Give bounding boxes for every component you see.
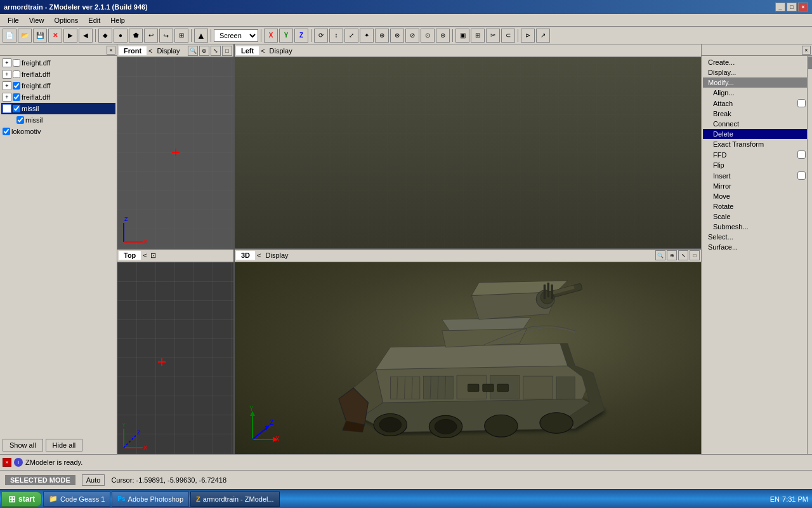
taskbar-photoshop[interactable]: Ps Adobe Photoshop (112, 491, 189, 507)
menu-scale[interactable]: Scale (703, 211, 811, 222)
left-panel-close[interactable]: × (107, 46, 115, 55)
tree-item-freight1[interactable]: + freight.dff (1, 57, 115, 69)
import-button[interactable]: ▶ (63, 29, 77, 43)
tool5[interactable]: ⊕ (375, 29, 389, 43)
start-button[interactable]: ⊞ start (1, 491, 42, 507)
menu-break[interactable]: Break (703, 109, 811, 119)
viewport-3d[interactable]: 3D < Display 🔍 ⊕ ⤡ □ (235, 250, 701, 455)
y-axis[interactable]: Y (279, 29, 293, 43)
menu-view[interactable]: View (24, 15, 49, 25)
scrollbar-thumb[interactable] (808, 57, 812, 69)
front-ctrl1[interactable]: 🔍 (188, 46, 198, 56)
tool12[interactable]: ✂ (486, 29, 500, 43)
tool14[interactable]: ⊳ (521, 29, 535, 43)
menu-flip[interactable]: Flip (703, 160, 811, 170)
shape-button[interactable]: ▲ (194, 29, 208, 43)
status-auto-label[interactable]: Auto (82, 474, 105, 486)
right-scrollbar[interactable] (807, 56, 812, 454)
menu-submesh[interactable]: Submesh... (703, 222, 811, 232)
tool15[interactable]: ↗ (536, 29, 550, 43)
tool4[interactable]: ✦ (360, 29, 374, 43)
tool3[interactable]: ⤢ (344, 29, 358, 43)
front-tab[interactable]: Front (119, 46, 147, 55)
menu-attach[interactable]: Attach (703, 98, 811, 109)
tb-btn2[interactable]: ● (114, 29, 128, 43)
menu-delete[interactable]: Delete (703, 129, 811, 139)
taskbar-zmodeler[interactable]: Z armordtrain - ZModel... (190, 491, 280, 507)
menu-display[interactable]: Display... (703, 67, 811, 77)
undo-button[interactable]: ↩ (144, 29, 158, 43)
tree-expander-freiflat1[interactable]: + (3, 70, 11, 79)
menu-surface[interactable]: Surface... (703, 242, 811, 252)
top-expand-icon[interactable]: ⊡ (150, 251, 156, 260)
render-button[interactable]: ◆ (98, 29, 112, 43)
tb-btn3[interactable]: ⬟ (129, 29, 143, 43)
status-close-button[interactable]: × (3, 458, 11, 467)
menu-rotate[interactable]: Rotate (703, 201, 811, 211)
left-arrow[interactable]: < (259, 47, 266, 55)
tree-expander-freight1[interactable]: + (3, 58, 11, 67)
menu-modify[interactable]: Modify... (703, 77, 811, 88)
tb-grid[interactable]: ⊞ (174, 29, 188, 43)
tool13[interactable]: ⊂ (501, 29, 515, 43)
hide-all-button[interactable]: Hide all (46, 439, 83, 451)
tool6[interactable]: ⊗ (390, 29, 404, 43)
3d-ctrl2[interactable]: ⊕ (667, 250, 677, 260)
minimize-button[interactable]: _ (775, 3, 785, 11)
tool1[interactable]: ⟳ (314, 29, 328, 43)
3d-ctrl1[interactable]: 🔍 (655, 250, 665, 260)
3d-ctrl4[interactable]: □ (690, 250, 700, 260)
tree-check-freight2[interactable] (13, 82, 20, 90)
maximize-button[interactable]: □ (787, 3, 797, 11)
tree-check-freight1[interactable] (13, 59, 20, 67)
menu-options[interactable]: Options (49, 15, 83, 25)
tool8[interactable]: ⊙ (421, 29, 435, 43)
left-tab[interactable]: Left (236, 46, 259, 55)
menu-select[interactable]: Select... (703, 232, 811, 242)
tool2[interactable]: ↕ (329, 29, 343, 43)
tree-item-freiflat1[interactable]: + freiflat.dff (1, 69, 115, 80)
right-panel-close[interactable]: × (802, 46, 811, 55)
tool9[interactable]: ⊛ (436, 29, 450, 43)
menu-mirror[interactable]: Mirror (703, 181, 811, 191)
menu-edit[interactable]: Edit (83, 15, 105, 25)
taskbar-code-geass[interactable]: 📁 Code Geass 1 (43, 491, 110, 507)
z-axis[interactable]: Z (294, 29, 308, 43)
ffd-checkbox[interactable] (797, 150, 806, 159)
menu-help[interactable]: Help (105, 15, 130, 25)
menu-exact-transform[interactable]: Exact Transform (703, 139, 811, 149)
x-axis[interactable]: X (264, 29, 278, 43)
tree-check-freiflat1[interactable] (13, 70, 20, 78)
export-button[interactable]: ◀ (79, 29, 93, 43)
front-ctrl3[interactable]: ⤡ (211, 46, 221, 56)
menu-align[interactable]: Align... (703, 88, 811, 98)
tree-item-lokomotiv[interactable]: lokomotiv (1, 126, 115, 137)
menu-file[interactable]: File (3, 15, 24, 25)
tree-check-missil-parent[interactable] (13, 105, 20, 112)
tool7[interactable]: ⊘ (405, 29, 419, 43)
menu-move[interactable]: Move (703, 191, 811, 201)
save-button[interactable]: 💾 (33, 29, 47, 43)
front-ctrl4[interactable]: □ (222, 46, 232, 56)
tree-item-missil-parent[interactable]: - missil (1, 103, 115, 114)
tree-expander-missil[interactable]: - (3, 104, 11, 113)
tree-expander-freiflat2[interactable]: + (3, 93, 11, 102)
delete-button[interactable]: ✕ (48, 29, 62, 43)
3d-ctrl3[interactable]: ⤡ (678, 250, 688, 260)
tool10[interactable]: ▣ (455, 29, 469, 43)
tree-item-missil-child[interactable]: missil (1, 114, 115, 126)
menu-insert[interactable]: Insert (703, 170, 811, 181)
menu-ffd[interactable]: FFD (703, 149, 811, 160)
tree-check-missil-child[interactable] (16, 116, 24, 124)
top-tab[interactable]: Top (119, 251, 141, 260)
redo-button[interactable]: ↩ (159, 29, 173, 43)
tool11[interactable]: ⊞ (471, 29, 485, 43)
3d-tab[interactable]: 3D (236, 251, 255, 260)
new-button[interactable]: 📄 (3, 29, 16, 43)
tree-item-freiflat2[interactable]: + freiflat.dff (1, 91, 115, 103)
menu-create[interactable]: Create... (703, 57, 811, 67)
show-all-button[interactable]: Show all (3, 439, 43, 451)
menu-connect[interactable]: Connect (703, 119, 811, 129)
tree-check-freiflat2[interactable] (13, 93, 20, 101)
insert-checkbox[interactable] (797, 171, 806, 180)
